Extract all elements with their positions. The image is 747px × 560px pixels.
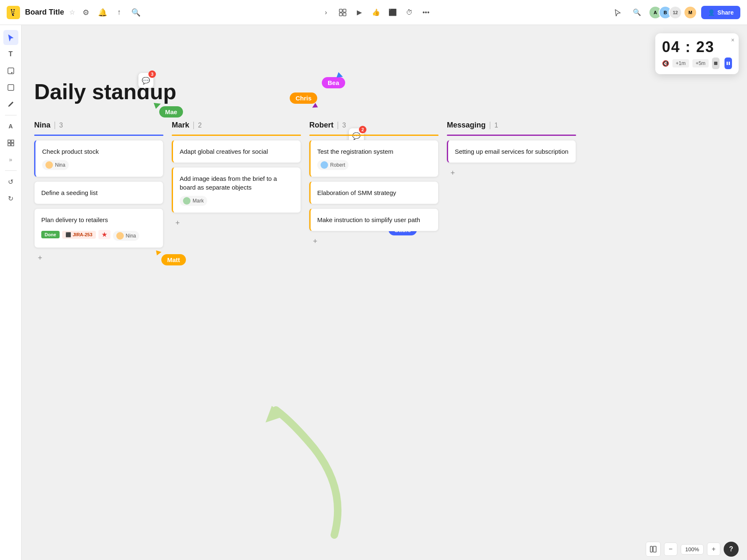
sticky-tool[interactable] <box>3 63 18 78</box>
topbar-tools: › ▶ 👍 ⬛ ⏱ ••• <box>318 5 434 20</box>
svg-rect-5 <box>8 68 14 74</box>
cursor-mae: Mae <box>159 106 183 118</box>
card-email-services[interactable]: Setting up email services for subscripti… <box>447 140 576 163</box>
share-button[interactable]: 👤 Share <box>701 6 740 19</box>
card-title-make-instruction: Make instruction to simplify user path <box>317 215 431 224</box>
grid-tool[interactable] <box>3 135 18 150</box>
comment-bubble-1[interactable]: 💬 3 <box>138 73 153 88</box>
tag-jira: ⬛ JIRA-253 <box>62 231 96 239</box>
undo-tool[interactable]: ↺ <box>3 174 18 189</box>
add-card-robert[interactable]: + <box>309 235 321 247</box>
svg-rect-1 <box>339 9 342 12</box>
cursor-bea-label: Bea <box>328 79 339 86</box>
col-count-robert: 3 <box>342 122 346 129</box>
column-robert: Robert 3 Test the registration system Ro… <box>309 121 439 264</box>
timer-close-button[interactable]: × <box>731 37 734 43</box>
col-divider-messaging <box>490 122 490 129</box>
panel-toggle-button[interactable] <box>646 542 661 557</box>
assignee-mark: Mark <box>180 196 207 206</box>
export-icon[interactable]: ↑ <box>113 7 125 18</box>
star-icon[interactable]: ☆ <box>69 8 75 16</box>
timer-stop-button[interactable] <box>712 58 719 69</box>
pen-tool[interactable] <box>3 97 18 112</box>
board-title-label[interactable]: Board Title <box>25 8 64 17</box>
card-add-image[interactable]: Add image ideas from the brief to a boar… <box>172 167 301 213</box>
card-plan-delivery[interactable]: Plan delivery to retailers Done ⬛ JIRA-2… <box>34 208 163 248</box>
timer-tool[interactable]: ⏱ <box>402 5 417 20</box>
cursor-tool[interactable] <box>610 5 625 20</box>
add-card-messaging[interactable]: + <box>447 167 459 179</box>
card-define-seeding[interactable]: Define a seeding list <box>34 181 163 204</box>
settings-icon[interactable]: ⚙ <box>80 7 92 18</box>
card-meta-plan-delivery: Done ⬛ JIRA-253 ★ Nina <box>41 228 156 241</box>
svg-rect-13 <box>729 62 730 65</box>
card-test-registration[interactable]: Test the registration system Robert <box>309 140 439 177</box>
volume-icon: 🔇 <box>662 60 669 67</box>
bell-icon[interactable]: 🔔 <box>97 7 108 18</box>
timer-pause-button[interactable] <box>724 58 732 69</box>
card-adapt-creatives[interactable]: Adapt global creatives for social <box>172 140 301 163</box>
card-check-product[interactable]: Check product stock Nina <box>34 140 163 177</box>
col-underline-robert <box>309 135 439 136</box>
col-header-nina: Nina 3 <box>34 121 163 130</box>
kanban-area: Nina 3 Check product stock Nina Define a… <box>34 121 739 264</box>
mark-avatar <box>183 197 191 205</box>
add-card-mark[interactable]: + <box>172 217 183 229</box>
col-title-robert: Robert <box>309 121 333 130</box>
text-tool[interactable]: T <box>3 47 18 62</box>
timer-add-1m[interactable]: +1m <box>672 59 689 68</box>
more-tools-btn[interactable]: » <box>3 152 18 167</box>
miro-logo[interactable] <box>7 6 20 19</box>
svg-rect-3 <box>339 13 342 16</box>
search-icon[interactable]: 🔍 <box>130 7 142 18</box>
card-title-check-product: Check product stock <box>42 147 156 156</box>
frame-tool[interactable]: ⬛ <box>385 5 400 20</box>
card-elaboration-smm[interactable]: Elaboration of SMM strategy <box>309 181 439 204</box>
avatar-stack: A B 12 M <box>649 6 697 19</box>
comment-badge-1: 3 <box>148 70 156 78</box>
col-header-mark: Mark 2 <box>172 121 301 130</box>
nav-tool[interactable]: › <box>318 5 333 20</box>
timer-controls: 🔇 +1m +5m <box>662 58 732 69</box>
redo-tool[interactable]: ↻ <box>3 191 18 206</box>
timer-seconds: 23 <box>696 38 714 55</box>
left-toolbar: T A » ↺ ↻ <box>0 25 22 560</box>
col-header-messaging: Messaging 1 <box>447 121 576 130</box>
timer-colon: : <box>680 38 696 55</box>
cursor-chris-label: Chris <box>296 95 311 102</box>
col-title-mark: Mark <box>172 121 189 130</box>
font-tool[interactable]: A <box>3 119 18 134</box>
card-make-instruction[interactable]: Make instruction to simplify user path <box>309 208 439 231</box>
col-divider-robert <box>338 122 338 129</box>
tag-star: ★ <box>98 230 110 239</box>
table-tool[interactable] <box>335 5 350 20</box>
thumb-tool[interactable]: 👍 <box>368 5 384 20</box>
zoom-in-button[interactable]: + <box>707 542 720 556</box>
col-header-robert: Robert 3 <box>309 121 439 130</box>
help-button[interactable]: ? <box>724 542 739 557</box>
svg-rect-4 <box>343 13 346 16</box>
timer-minutes: 04 <box>662 38 680 55</box>
card-meta-test-registration: Robert <box>317 160 431 170</box>
robert-name: Robert <box>330 162 345 168</box>
jira-icon: ⬛ <box>65 232 71 238</box>
more-tools[interactable]: ••• <box>419 5 434 20</box>
card-title-elaboration-smm: Elaboration of SMM strategy <box>317 188 431 197</box>
present-tool[interactable]: ▶ <box>352 5 367 20</box>
zoom-level-display[interactable]: 100% <box>681 544 704 555</box>
column-messaging: Messaging 1 Setting up email services fo… <box>447 121 576 264</box>
select-tool[interactable] <box>3 30 18 45</box>
add-card-nina[interactable]: + <box>34 252 46 264</box>
zoom-tool[interactable]: 🔍 <box>629 5 644 20</box>
notifications-wrap: 🔔 <box>97 7 108 18</box>
timer-add-5m[interactable]: +5m <box>692 59 709 68</box>
col-divider-mark <box>193 122 194 129</box>
shape-tool[interactable] <box>3 80 18 95</box>
timer-widget: × 04 : 23 🔇 +1m +5m <box>655 33 739 74</box>
card-title-adapt-creatives: Adapt global creatives for social <box>180 147 294 156</box>
zoom-out-button[interactable]: − <box>664 542 677 556</box>
column-nina: Nina 3 Check product stock Nina Define a… <box>34 121 163 264</box>
cursor-arrow-chris: ◀ <box>310 101 318 110</box>
svg-rect-16 <box>653 546 656 552</box>
share-label: Share <box>717 9 734 16</box>
